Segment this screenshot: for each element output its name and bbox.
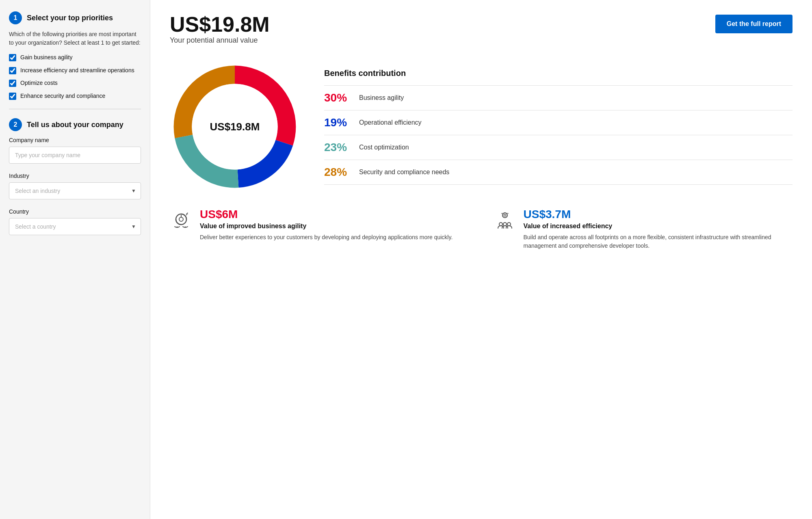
svg-line-10 bbox=[502, 214, 503, 214]
benefit-pct-1: 19% bbox=[324, 116, 353, 129]
benefit-row-3: 28%Security and compliance needs bbox=[324, 160, 793, 185]
card-efficiency-title: Value of increased efficiency bbox=[524, 223, 793, 230]
priority-item-cb3[interactable]: Optimize costs bbox=[9, 79, 141, 87]
benefits-title: Benefits contribution bbox=[324, 69, 793, 78]
step1-header: 1 Select your top priorities bbox=[9, 11, 141, 24]
benefit-label-1: Operational efficiency bbox=[359, 119, 422, 126]
card-efficiency-content: US$3.7M Value of increased efficiency Bu… bbox=[524, 208, 793, 250]
step1-desc: Which of the following priorities are mo… bbox=[9, 30, 141, 47]
benefit-pct-2: 23% bbox=[324, 141, 353, 154]
svg-point-2 bbox=[179, 217, 183, 221]
annual-value-block: US$19.8M Your potential annual value bbox=[170, 13, 270, 58]
benefit-row-2: 23%Cost optimization bbox=[324, 135, 793, 160]
step2-circle: 2 bbox=[9, 118, 22, 131]
priority-item-cb1[interactable]: Gain business agility bbox=[9, 54, 141, 62]
industry-select-wrapper: Select an industryTechnologyFinanceHealt… bbox=[9, 182, 141, 199]
priority-label-cb2: Increase efficiency and streamline opera… bbox=[20, 67, 134, 75]
agility-icon bbox=[170, 208, 193, 231]
svg-point-11 bbox=[499, 223, 502, 226]
priorities-list: Gain business agilityIncrease efficiency… bbox=[9, 54, 141, 100]
svg-line-9 bbox=[507, 214, 507, 214]
efficiency-icon bbox=[494, 208, 516, 231]
annual-value-amount: US$19.8M bbox=[170, 13, 270, 36]
card-agility-content: US$6M Value of improved business agility… bbox=[200, 208, 469, 250]
agility-svg-icon bbox=[171, 210, 191, 229]
bottom-cards: US$6M Value of improved business agility… bbox=[170, 208, 793, 250]
chart-benefits-row: US$19.8M Benefits contribution 30%Busine… bbox=[170, 62, 793, 192]
priority-item-cb2[interactable]: Increase efficiency and streamline opera… bbox=[9, 67, 141, 75]
benefits-section: Benefits contribution 30%Business agilit… bbox=[324, 69, 793, 185]
svg-point-13 bbox=[507, 223, 511, 226]
svg-point-7 bbox=[504, 214, 506, 216]
step2-title: Tell us about your company bbox=[27, 121, 123, 129]
industry-select[interactable]: Select an industryTechnologyFinanceHealt… bbox=[9, 182, 141, 199]
section-divider bbox=[9, 109, 141, 109]
sidebar: 1 Select your top priorities Which of th… bbox=[0, 0, 150, 519]
card-agility: US$6M Value of improved business agility… bbox=[170, 208, 469, 250]
benefit-pct-0: 30% bbox=[324, 91, 353, 104]
priority-item-cb4[interactable]: Enhance security and compliance bbox=[9, 92, 141, 100]
main-content: US$19.8M Your potential annual value Get… bbox=[150, 0, 812, 519]
svg-point-4 bbox=[177, 227, 178, 228]
benefit-row-1: 19%Operational efficiency bbox=[324, 110, 793, 135]
priority-checkbox-cb4[interactable] bbox=[9, 93, 16, 100]
benefit-row-0: 30%Business agility bbox=[324, 85, 793, 110]
country-label: Country bbox=[9, 208, 141, 215]
benefits-list: 30%Business agility19%Operational effici… bbox=[324, 85, 793, 185]
step2-header: 2 Tell us about your company bbox=[9, 118, 141, 131]
efficiency-svg-icon bbox=[495, 210, 515, 229]
priority-checkbox-cb2[interactable] bbox=[9, 67, 16, 74]
priority-label-cb3: Optimize costs bbox=[20, 79, 58, 87]
company-name-label: Company name bbox=[9, 137, 141, 143]
priority-label-cb1: Gain business agility bbox=[20, 54, 72, 62]
card-efficiency-amount: US$3.7M bbox=[524, 208, 793, 221]
card-agility-title: Value of improved business agility bbox=[200, 223, 469, 230]
card-efficiency-desc: Build and operate across all footprints … bbox=[524, 233, 793, 250]
company-name-input[interactable] bbox=[9, 147, 141, 164]
svg-point-12 bbox=[503, 223, 507, 226]
donut-chart: US$19.8M bbox=[170, 62, 300, 192]
country-select[interactable]: Select a countryUnited StatesUnited King… bbox=[9, 218, 141, 235]
benefit-label-2: Cost optimization bbox=[359, 144, 409, 151]
main-header: US$19.8M Your potential annual value Get… bbox=[170, 13, 793, 58]
annual-value-label: Your potential annual value bbox=[170, 36, 270, 45]
svg-point-0 bbox=[192, 84, 277, 170]
country-select-wrapper: Select a countryUnited StatesUnited King… bbox=[9, 218, 141, 235]
priority-checkbox-cb3[interactable] bbox=[9, 80, 16, 87]
priority-label-cb4: Enhance security and compliance bbox=[20, 92, 105, 100]
donut-svg bbox=[170, 62, 300, 192]
svg-point-5 bbox=[185, 227, 186, 228]
benefit-label-0: Business agility bbox=[359, 94, 404, 102]
card-agility-amount: US$6M bbox=[200, 208, 469, 221]
industry-label: Industry bbox=[9, 173, 141, 179]
card-efficiency: US$3.7M Value of increased efficiency Bu… bbox=[494, 208, 793, 250]
benefit-pct-3: 28% bbox=[324, 166, 353, 179]
step1-title: Select your top priorities bbox=[27, 14, 113, 22]
benefit-label-3: Security and compliance needs bbox=[359, 169, 449, 176]
get-report-button[interactable]: Get the full report bbox=[715, 15, 793, 33]
priority-checkbox-cb1[interactable] bbox=[9, 54, 16, 61]
step1-circle: 1 bbox=[9, 11, 22, 24]
card-agility-desc: Deliver better experiences to your custo… bbox=[200, 233, 469, 242]
